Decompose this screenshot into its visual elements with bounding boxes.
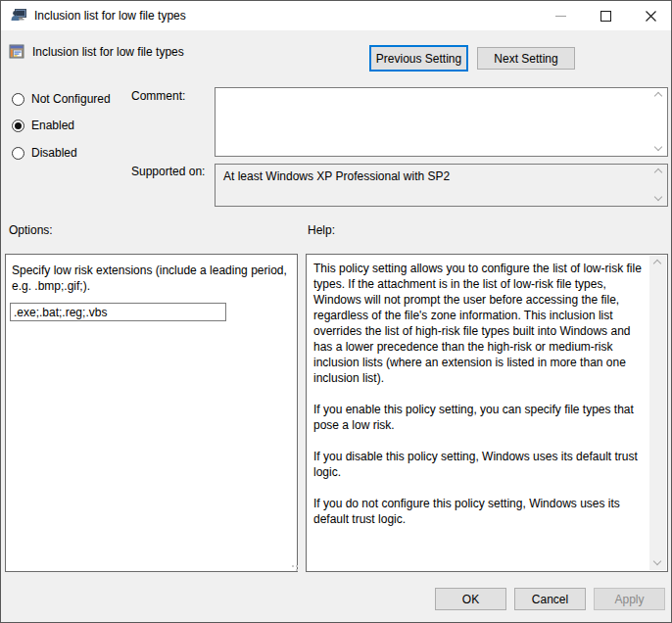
scroll-down-icon[interactable]: [655, 144, 662, 151]
scroll-down-icon[interactable]: [654, 558, 661, 565]
ok-button[interactable]: OK: [435, 588, 506, 610]
options-section-label: Options:: [9, 223, 53, 237]
group-policy-window-icon: [11, 8, 26, 24]
radio-not-configured[interactable]: Not Configured: [12, 92, 111, 106]
maximize-icon: [600, 11, 611, 22]
extensions-input[interactable]: [10, 303, 226, 321]
comment-label: Comment:: [131, 89, 185, 103]
help-section-label: Help:: [308, 223, 335, 237]
minimize-button[interactable]: [538, 1, 583, 30]
scroll-up-icon[interactable]: [654, 261, 661, 267]
minimize-icon: [555, 16, 566, 17]
radio-circle-icon: [12, 120, 24, 132]
scroll-up-icon[interactable]: [655, 169, 662, 176]
comment-textarea[interactable]: [215, 87, 668, 157]
previous-setting-button[interactable]: Previous Setting: [369, 45, 468, 72]
scroll-down-icon[interactable]: [655, 194, 662, 201]
close-button[interactable]: [628, 1, 672, 30]
policy-setting-icon: [9, 44, 24, 60]
supported-on-label: Supported on:: [131, 165, 205, 178]
cancel-button[interactable]: Cancel: [514, 588, 586, 610]
setting-title: Inclusion list for low file types: [32, 44, 184, 60]
policy-setting-dialog: Inclusion list for low file types Inclus…: [0, 0, 672, 623]
radio-label: Disabled: [31, 146, 77, 160]
help-text: This policy setting allows you to config…: [313, 261, 644, 527]
radio-label: Not Configured: [31, 92, 111, 106]
radio-circle-icon: [12, 93, 24, 106]
maximize-button[interactable]: [583, 1, 628, 30]
radio-disabled[interactable]: Disabled: [12, 146, 77, 160]
supported-on-value: At least Windows XP Professional with SP…: [223, 169, 644, 183]
scroll-up-icon[interactable]: [655, 93, 662, 100]
supported-on-box: At least Windows XP Professional with SP…: [215, 164, 668, 207]
radio-enabled[interactable]: Enabled: [12, 119, 74, 132]
help-panel: This policy setting allows you to config…: [306, 254, 668, 572]
apply-button: Apply: [594, 588, 665, 610]
titlebar: Inclusion list for low file types: [1, 1, 671, 30]
splitter-grip[interactable]: [292, 565, 300, 571]
options-panel: Specify low risk extensions (include a l…: [5, 254, 298, 572]
radio-circle-icon: [12, 147, 24, 160]
help-scrollbar[interactable]: [649, 256, 666, 570]
close-icon: [646, 11, 656, 22]
radio-label: Enabled: [31, 119, 74, 132]
next-setting-button[interactable]: Next Setting: [477, 47, 575, 70]
window-title: Inclusion list for low file types: [34, 1, 186, 30]
extensions-description: Specify low risk extensions (include a l…: [12, 263, 289, 294]
